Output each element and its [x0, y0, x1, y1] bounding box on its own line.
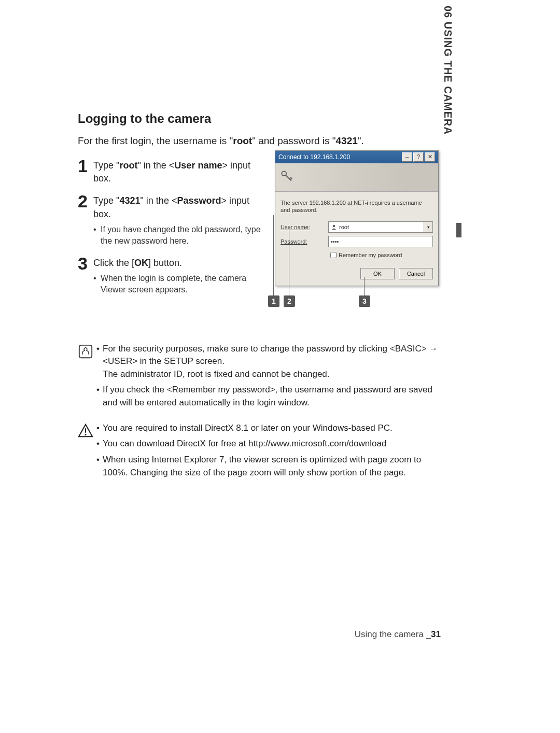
footer-label: Using the camera _ [355, 629, 431, 639]
step-text: Click the [OK] button. When the login is… [93, 255, 270, 296]
step: 1 Type "root" in the <User name> input b… [78, 157, 270, 185]
note-body: You are required to install DirectX 8.1 … [96, 422, 441, 483]
dialog-message: The server 192.168.1.200 at NET-i requir… [281, 199, 433, 214]
step-number: 3 [78, 255, 93, 272]
note-body: For the security purposes, make sure to … [96, 343, 441, 413]
remember-checkbox[interactable] [330, 252, 337, 258]
help-icon[interactable]: ? [413, 152, 424, 162]
warning-icon [78, 422, 96, 483]
step: 2 Type "4321" in the <Password> input bo… [78, 192, 270, 247]
note-item: When using Internet Explorer 7, the view… [96, 454, 441, 479]
callout-number: 3 [359, 295, 370, 307]
step-sub-bullet: When the login is complete, the camera V… [93, 273, 270, 296]
thumb-index-marker [456, 223, 461, 237]
chevron-down-icon[interactable]: ▾ [424, 222, 432, 232]
steps-list: 1 Type "root" in the <User name> input b… [78, 157, 270, 296]
section-heading: Logging to the camera [78, 111, 441, 126]
user-icon [331, 224, 337, 230]
intro-part: " and password is " [252, 135, 335, 146]
page-number: 31 [431, 629, 441, 639]
callout-number: 2 [284, 295, 295, 307]
callout-bar: 1 2 3 [271, 295, 442, 308]
intro-text: For the first login, the username is "ro… [78, 135, 441, 147]
dialog-title-bar: Connect to 192.168.1.200 – ? ✕ [275, 151, 438, 163]
note-item: For the security purposes, make sure to … [96, 343, 441, 381]
intro-password: 4321 [336, 135, 358, 146]
intro-part: ". [358, 135, 364, 146]
svg-rect-0 [79, 345, 92, 357]
note-block: You are required to install DirectX 8.1 … [78, 422, 441, 483]
intro-part: For the first login, the username is " [78, 135, 233, 146]
step-sub-bullet: If you have changed the old password, ty… [93, 224, 270, 247]
step-number: 1 [78, 157, 93, 175]
info-icon [78, 343, 96, 413]
intro-username: root [233, 135, 252, 146]
note-item: You can download DirectX for free at htt… [96, 438, 441, 450]
svg-point-4 [333, 224, 335, 227]
cancel-button[interactable]: Cancel [399, 268, 433, 279]
side-tab: 06 USING THE CAMERA [442, 6, 454, 135]
callout-number: 1 [268, 295, 279, 307]
password-field[interactable]: •••• [328, 236, 433, 247]
step: 3 Click the [OK] button. When the login … [78, 255, 270, 296]
ok-button[interactable]: OK [360, 268, 395, 279]
dialog-banner [275, 163, 438, 192]
step-text: Type "4321" in the <Password> input box.… [93, 192, 270, 247]
minimize-icon[interactable]: – [402, 152, 412, 162]
password-value: •••• [331, 238, 339, 245]
password-label: Password: [281, 238, 328, 245]
note-item: You are required to install DirectX 8.1 … [96, 422, 441, 435]
note-item: If you check the <Remember my password>,… [96, 384, 441, 409]
keys-icon [279, 169, 294, 186]
dialog-title: Connect to 192.168.1.200 [278, 151, 350, 163]
username-field[interactable]: root ▾ [328, 221, 433, 233]
svg-point-2 [85, 434, 87, 435]
username-label: User name: [281, 224, 328, 230]
close-icon[interactable]: ✕ [425, 152, 435, 162]
remember-password-row[interactable]: Remember my password [328, 250, 433, 260]
step-number: 2 [78, 192, 93, 210]
login-dialog: Connect to 192.168.1.200 – ? ✕ The serve… [275, 150, 439, 286]
page-footer: Using the camera _31 [355, 629, 441, 640]
note-block: For the security purposes, make sure to … [78, 343, 441, 413]
step-text: Type "root" in the <User name> input box… [93, 157, 270, 185]
remember-label: Remember my password [339, 252, 402, 258]
username-value: root [339, 224, 349, 230]
